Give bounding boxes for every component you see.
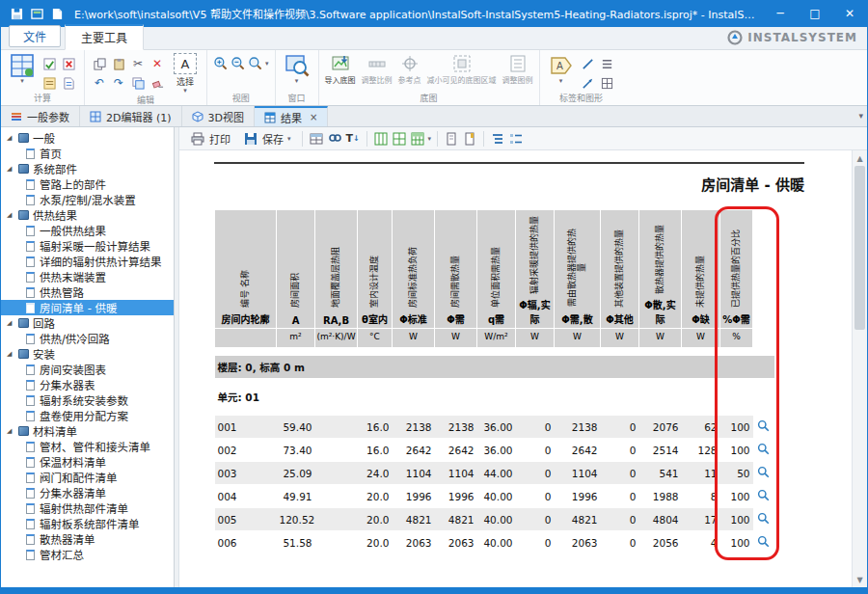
tree-item[interactable]: 盘卷使用分配方案	[1, 408, 174, 423]
tree-category[interactable]: ◢安装	[1, 346, 174, 362]
tree-category[interactable]: ◢一般	[1, 130, 174, 146]
save-icon[interactable]	[9, 6, 24, 21]
tree-item[interactable]: 辐射板系统部件清单	[1, 516, 174, 531]
find-icon[interactable]	[327, 131, 342, 147]
zoom-extents-icon[interactable]	[248, 56, 263, 71]
expand-arrow-icon[interactable]: ◢	[7, 319, 14, 327]
window-zoom-button[interactable]: ▾	[282, 52, 312, 85]
calc-report-icon[interactable]	[60, 74, 77, 92]
expand-arrow-icon[interactable]: ◢	[7, 350, 14, 358]
view-grid-icon[interactable]	[392, 131, 407, 147]
outline-list-icon[interactable]	[490, 131, 505, 147]
cut-icon[interactable]: ✂	[129, 55, 147, 72]
expand-arrow-icon[interactable]: ◢	[7, 427, 14, 435]
room-zoom-button[interactable]	[753, 462, 774, 485]
save-report-button[interactable]: 保存 ▾	[238, 129, 296, 148]
tree-item[interactable]: 首页	[1, 146, 174, 161]
tab-file[interactable]: 文件	[9, 25, 61, 47]
page-bookmark-icon[interactable]	[462, 131, 477, 147]
graphics-list-icon[interactable]	[599, 55, 616, 72]
expand-arrow-icon[interactable]: ◢	[7, 211, 14, 219]
zoom-in-icon[interactable]	[213, 56, 229, 71]
chevron-down-icon[interactable]: ▾	[428, 136, 432, 142]
scrollbar-thumb[interactable]	[854, 166, 865, 330]
tree-item-selected[interactable]: 房间清单 - 供暖	[1, 300, 174, 315]
tree-item[interactable]: 供热/供冷回路	[1, 331, 174, 346]
calc-errors-icon[interactable]	[60, 55, 77, 72]
label-button[interactable]: A ▾	[546, 52, 577, 85]
erase-icon[interactable]	[149, 74, 166, 92]
tree-item[interactable]: 房间安装图表	[1, 362, 174, 377]
tree-item[interactable]: 详细的辐射供热计算结果	[1, 254, 174, 269]
tree-category[interactable]: ◢材料清单	[1, 423, 174, 439]
close-button[interactable]: ✕	[832, 0, 867, 27]
duplicate-icon[interactable]	[129, 74, 147, 92]
adjust-scale-button[interactable]: 调整比例	[362, 54, 393, 85]
numbered-list-icon[interactable]	[508, 131, 524, 147]
font-size-icon[interactable]: T↓	[345, 131, 361, 147]
view-table-icon[interactable]	[410, 131, 425, 147]
print-button[interactable]: 打印	[185, 129, 235, 148]
tree-item[interactable]: 阀门和配件清单	[1, 470, 174, 485]
tree-item[interactable]: 一般供热结果	[1, 223, 174, 238]
scroll-down-icon[interactable]: ▼	[853, 572, 867, 587]
reference-point-button[interactable]: 参考点	[398, 54, 421, 85]
calc-options-icon[interactable]	[41, 74, 58, 92]
zoom-out-icon[interactable]	[231, 56, 246, 71]
minimize-button[interactable]: ─	[763, 0, 798, 27]
tree-item[interactable]: 保温材料清单	[1, 454, 174, 470]
tree-item[interactable]: 水泵/控制/混水装置	[1, 192, 174, 207]
tree-category[interactable]: ◢系统部件	[1, 161, 174, 176]
undo-quick-icon[interactable]	[29, 6, 44, 21]
scroll-up-icon[interactable]: ▲	[853, 150, 867, 166]
delete-icon[interactable]: ✕	[149, 55, 166, 72]
tree-item[interactable]: 辐射采暖一般计算结果	[1, 238, 174, 254]
maximize-button[interactable]: □	[798, 0, 832, 27]
tree-item[interactable]: 管材、管件和接头清单	[1, 439, 174, 454]
tree-item[interactable]: 辐射系统安装参数	[1, 392, 174, 408]
paste-icon[interactable]	[110, 55, 127, 72]
room-zoom-button[interactable]	[753, 508, 774, 531]
tab-3d-view[interactable]: 3D视图	[182, 106, 255, 126]
expand-arrow-icon[interactable]: ◢	[7, 165, 14, 173]
tab-results[interactable]: 结果 ×	[255, 106, 328, 126]
calc-diagnostics-icon[interactable]	[41, 55, 58, 72]
graphics-grid-icon[interactable]	[599, 74, 616, 92]
select-button[interactable]: A 选择 ▾	[170, 52, 201, 94]
tree-item[interactable]: 辐射供热部件清单	[1, 500, 174, 516]
tree-item[interactable]: 分集水器清单	[1, 485, 174, 500]
close-tab-icon[interactable]: ×	[310, 112, 317, 122]
tree-item[interactable]: 管材汇总	[1, 547, 174, 562]
tab-overflow-chevron-icon[interactable]: ▾	[858, 111, 863, 121]
tree-category[interactable]: ◢回路	[1, 315, 174, 331]
graphics-arrow-icon[interactable]	[580, 74, 597, 92]
tree-item[interactable]: 供热末端装置	[1, 269, 174, 284]
tab-main-tools[interactable]: 主要工具	[65, 24, 144, 50]
redo-icon[interactable]: ↷	[110, 74, 127, 92]
scrollbar-track[interactable]	[853, 166, 867, 572]
page-layout-icon[interactable]	[444, 131, 459, 147]
project-icon[interactable]	[49, 6, 65, 21]
tree-item[interactable]: 分集水器表	[1, 377, 174, 392]
graphics-line-icon[interactable]	[580, 55, 597, 72]
tab-2d-editor[interactable]: 2D编辑器 (1)	[80, 106, 182, 126]
reduce-visible-basemap-button[interactable]: 减小可见的底图区域	[427, 54, 497, 85]
adjust-legend-button[interactable]: 调整图例	[502, 54, 533, 85]
tab-general-parameters[interactable]: 一般参数	[1, 106, 80, 126]
expand-arrow-icon[interactable]: ◢	[7, 134, 14, 142]
tree-item[interactable]: 供热管路	[1, 284, 174, 300]
vertical-scrollbar[interactable]: ▲ ▼	[852, 150, 867, 587]
room-zoom-button[interactable]	[753, 416, 774, 439]
view-columns-icon[interactable]	[373, 131, 389, 147]
tree-category[interactable]: ◢供热结果	[1, 207, 174, 223]
room-zoom-button[interactable]	[753, 531, 774, 554]
import-basemap-button[interactable]: 导入底图	[325, 54, 356, 85]
calculate-button[interactable]: ▾	[7, 52, 38, 85]
room-zoom-button[interactable]	[753, 485, 774, 508]
chevron-down-icon[interactable]: ▾	[265, 61, 269, 67]
room-zoom-button[interactable]	[753, 439, 774, 462]
undo-icon[interactable]: ↶	[91, 74, 108, 92]
tree-item[interactable]: 散热器清单	[1, 531, 174, 547]
tree-item[interactable]: 管路上的部件	[1, 176, 174, 192]
copy-icon[interactable]	[91, 55, 108, 72]
